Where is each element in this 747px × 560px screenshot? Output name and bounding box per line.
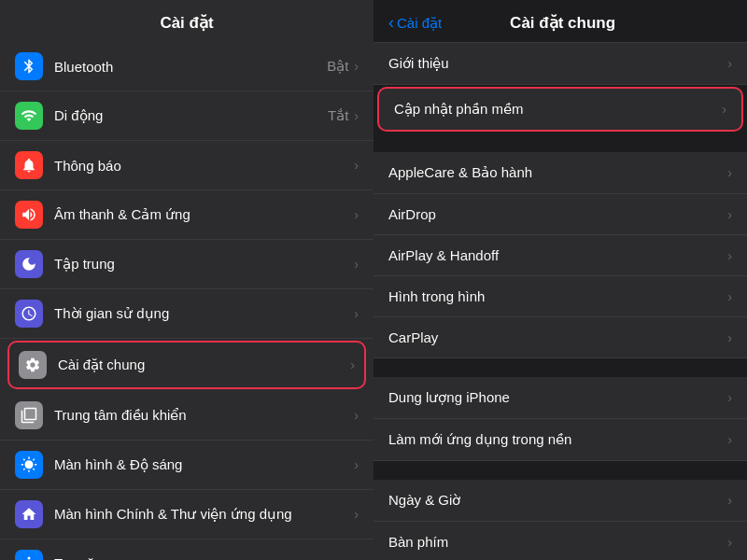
notifications-label: Thông báo	[54, 158, 354, 174]
section-gap	[374, 358, 747, 377]
sidebar-item-focus[interactable]: Tập trung ›	[0, 240, 374, 289]
homescreen-label: Màn hình Chính & Thư viện ứng dụng	[54, 506, 354, 523]
keyboard-chevron-icon: ›	[727, 535, 732, 550]
focus-chevron-icon: ›	[354, 257, 359, 272]
back-chevron-icon: ‹	[388, 13, 394, 33]
carplay-label: CarPlay	[388, 329, 727, 345]
right-item-airplay[interactable]: AirPlay & Handoff ›	[374, 235, 747, 276]
storage-label: Dung lượng iPhone	[388, 389, 727, 406]
sound-icon	[15, 201, 43, 229]
datetime-label: Ngày & Giờ	[388, 492, 727, 509]
sound-chevron-icon: ›	[354, 207, 359, 222]
homescreen-icon	[15, 500, 43, 528]
right-item-airdrop[interactable]: AirDrop ›	[374, 194, 747, 235]
mobile-value: Tắt	[328, 107, 348, 124]
sidebar-item-display[interactable]: Màn hình & Độ sáng ›	[0, 441, 374, 490]
about-chevron-icon: ›	[727, 56, 732, 71]
right-item-datetime[interactable]: Ngày & Giờ ›	[374, 480, 747, 522]
right-item-keyboard[interactable]: Bàn phím ›	[374, 522, 747, 560]
right-item-pip[interactable]: Hình trong hình ›	[374, 276, 747, 317]
notifications-chevron-icon: ›	[354, 158, 359, 173]
accessibility-chevron-icon: ›	[354, 556, 359, 560]
general-icon	[19, 351, 47, 379]
airdrop-chevron-icon: ›	[727, 207, 732, 222]
general-settings-panel: ‹ Cài đặt Cài đặt chung Giới thiệu › Cập…	[374, 0, 747, 560]
sidebar-item-mobile[interactable]: Di động Tắt ›	[0, 91, 374, 141]
homescreen-chevron-icon: ›	[354, 507, 359, 522]
airdrop-label: AirDrop	[388, 206, 727, 222]
pip-label: Hình trong hình	[388, 288, 727, 304]
mobile-label: Di động	[54, 107, 328, 124]
display-chevron-icon: ›	[354, 457, 359, 472]
keyboard-label: Bàn phím	[388, 534, 727, 550]
general-chevron-icon: ›	[350, 357, 355, 372]
pip-chevron-icon: ›	[727, 289, 732, 304]
sidebar-item-bluetooth[interactable]: Bluetooth Bật ›	[0, 42, 374, 91]
accessibility-icon	[15, 550, 43, 560]
screentime-chevron-icon: ›	[354, 306, 359, 321]
mobile-chevron-icon: ›	[354, 108, 359, 123]
storage-chevron-icon: ›	[727, 390, 732, 405]
display-label: Màn hình & Độ sáng	[54, 456, 354, 473]
control-label: Trung tâm điều khiển	[54, 407, 354, 424]
notifications-icon	[15, 151, 43, 179]
bluetooth-chevron-icon: ›	[354, 59, 359, 74]
about-label: Giới thiệu	[388, 55, 727, 72]
general-label: Cài đặt chung	[58, 357, 350, 373]
screentime-icon	[15, 300, 43, 328]
sound-label: Âm thanh & Cảm ứng	[54, 206, 354, 223]
sidebar-title: Cài đặt	[0, 0, 374, 42]
carplay-chevron-icon: ›	[727, 330, 732, 345]
sidebar-item-control[interactable]: Trung tâm điều khiển ›	[0, 391, 374, 441]
refresh-chevron-icon: ›	[727, 432, 732, 447]
accessibility-label: Trợ năng	[54, 555, 354, 560]
sidebar-item-sound[interactable]: Âm thanh & Cảm ứng ›	[0, 190, 374, 240]
right-item-software[interactable]: Cập nhật phần mềm ›	[377, 87, 743, 132]
control-chevron-icon: ›	[354, 408, 359, 423]
focus-icon	[15, 250, 43, 278]
sidebar-item-general[interactable]: Cài đặt chung ›	[7, 341, 366, 389]
sidebar-item-accessibility[interactable]: Trợ năng ›	[0, 539, 374, 560]
bluetooth-value: Bật	[327, 58, 348, 75]
software-chevron-icon: ›	[722, 102, 726, 117]
back-button[interactable]: ‹ Cài đặt	[388, 13, 442, 33]
sidebar-item-homescreen[interactable]: Màn hình Chính & Thư viện ứng dụng ›	[0, 490, 374, 539]
sidebar-item-screentime[interactable]: Thời gian sử dụng ›	[0, 289, 374, 339]
focus-label: Tập trung	[54, 256, 354, 273]
screentime-label: Thời gian sử dụng	[54, 305, 354, 322]
right-item-about[interactable]: Giới thiệu ›	[374, 43, 747, 85]
sidebar-item-notifications[interactable]: Thông báo ›	[0, 141, 374, 190]
svg-point-0	[28, 557, 31, 560]
airplay-label: AirPlay & Handoff	[388, 247, 727, 263]
mobile-icon	[15, 102, 43, 130]
right-panel-header: ‹ Cài đặt Cài đặt chung	[374, 0, 747, 43]
back-label: Cài đặt	[397, 15, 442, 32]
display-icon	[15, 451, 43, 479]
right-item-applecare[interactable]: AppleCare & Bảo hành ›	[374, 152, 747, 194]
bluetooth-icon	[15, 52, 43, 80]
applecare-chevron-icon: ›	[727, 165, 732, 180]
right-items-list: Giới thiệu › Cập nhật phần mềm › AppleCa…	[374, 43, 747, 560]
right-item-refresh[interactable]: Làm mới ứng dụng trong nền ›	[374, 419, 747, 461]
section-gap	[374, 133, 747, 152]
software-label: Cập nhật phần mềm	[394, 101, 722, 118]
datetime-chevron-icon: ›	[727, 493, 732, 508]
right-panel-title: Cài đặt chung	[449, 13, 676, 33]
bluetooth-label: Bluetooth	[54, 59, 327, 75]
settings-sidebar: Cài đặt Bluetooth Bật › Di động Tắt › Th…	[0, 0, 374, 560]
right-item-storage[interactable]: Dung lượng iPhone ›	[374, 377, 747, 419]
control-icon	[15, 401, 43, 429]
right-item-carplay[interactable]: CarPlay ›	[374, 317, 747, 358]
refresh-label: Làm mới ứng dụng trong nền	[388, 431, 727, 448]
section-gap	[374, 461, 747, 480]
airplay-chevron-icon: ›	[727, 248, 732, 263]
applecare-label: AppleCare & Bảo hành	[388, 164, 727, 181]
sidebar-items-list: Bluetooth Bật › Di động Tắt › Thông báo …	[0, 42, 374, 560]
